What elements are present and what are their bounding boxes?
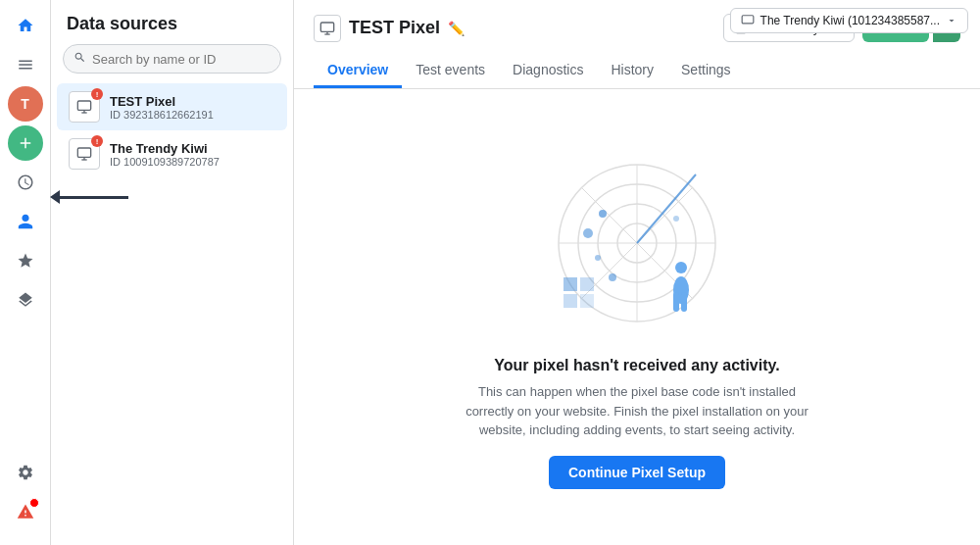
no-activity-title: Your pixel hasn't received any activity. — [494, 357, 779, 374]
svg-rect-6 — [742, 16, 754, 24]
no-activity-description: This can happen when the pixel base code… — [461, 382, 813, 440]
pixel-item-trendy-text: The Trendy Kiwi ID 1009109389720787 — [110, 141, 220, 168]
sidebar-title: Data sources — [51, 0, 293, 44]
pixel-item-trendy-name: The Trendy Kiwi — [110, 141, 220, 156]
clock-icon[interactable] — [8, 165, 43, 200]
arrow-line — [60, 196, 128, 199]
main-content: The Trendy Kiwi (101234385587... TEST Pi… — [294, 0, 980, 545]
warning-badge: ! — [91, 88, 103, 100]
svg-point-21 — [595, 255, 601, 261]
home-icon[interactable] — [8, 8, 43, 43]
pixel-item-test-name: TEST Pixel — [110, 94, 214, 109]
svg-point-19 — [599, 210, 607, 218]
star-icon[interactable] — [8, 243, 43, 278]
search-box[interactable] — [63, 44, 281, 74]
account-selector-label: The Trendy Kiwi (101234385587... — [760, 14, 940, 27]
arrow-head — [50, 190, 60, 204]
svg-rect-3 — [77, 148, 90, 157]
arrow-indicator — [51, 190, 128, 204]
person-icon[interactable] — [8, 204, 43, 239]
pixel-title-icon — [314, 15, 341, 42]
edit-icon[interactable]: ✏️ — [448, 21, 465, 36]
svg-rect-30 — [580, 277, 594, 291]
pixel-item-trendy-id: ID 1009109389720787 — [110, 156, 220, 168]
tab-history[interactable]: History — [597, 54, 667, 88]
svg-rect-7 — [320, 23, 333, 31]
tab-test-events[interactable]: Test events — [402, 54, 499, 88]
svg-rect-0 — [77, 101, 90, 110]
pixel-item-trendy-icon: ! — [69, 138, 100, 170]
settings-icon[interactable] — [8, 455, 43, 490]
menu-icon[interactable] — [8, 47, 43, 82]
pixel-name-label: TEST Pixel — [349, 18, 440, 38]
svg-rect-29 — [564, 277, 577, 291]
pixel-item-test-text: TEST Pixel ID 392318612662191 — [110, 94, 214, 121]
tab-settings[interactable]: Settings — [667, 54, 745, 88]
svg-point-25 — [675, 262, 687, 273]
svg-rect-31 — [564, 294, 577, 308]
svg-point-23 — [673, 216, 679, 222]
svg-point-20 — [583, 228, 593, 238]
svg-rect-32 — [580, 294, 594, 308]
profile-avatar[interactable]: T — [8, 86, 43, 122]
pixel-item-test-id: ID 392318612662191 — [110, 109, 214, 121]
pixel-item-trendy[interactable]: ! The Trendy Kiwi ID 1009109389720787 — [57, 130, 287, 177]
pixel-item-test-icon: ! — [69, 91, 100, 123]
account-selector[interactable]: The Trendy Kiwi (101234385587... — [730, 8, 968, 33]
alert-icon[interactable] — [8, 494, 43, 529]
search-icon — [74, 51, 86, 67]
tab-overview[interactable]: Overview — [314, 54, 402, 88]
tab-diagnostics[interactable]: Diagnostics — [499, 54, 597, 88]
svg-rect-28 — [681, 292, 687, 312]
pixel-item-test[interactable]: ! TEST Pixel ID 392318612662191 — [57, 83, 287, 130]
tabs-bar: Overview Test events Diagnostics History… — [314, 54, 960, 88]
svg-rect-27 — [673, 292, 679, 312]
layers-icon[interactable] — [8, 282, 43, 318]
continue-pixel-setup-button[interactable]: Continue Pixel Setup — [549, 456, 725, 489]
warning-badge-2: ! — [91, 135, 103, 147]
main-body: Your pixel hasn't received any activity.… — [294, 89, 980, 545]
search-input[interactable] — [92, 52, 270, 67]
empty-state-illustration — [529, 145, 745, 341]
sidebar-panel: Data sources ! TEST Pixel ID 39231861266… — [51, 0, 294, 545]
svg-point-22 — [609, 273, 616, 281]
pixel-title: TEST Pixel ✏️ — [314, 15, 465, 42]
add-icon[interactable] — [8, 125, 43, 161]
left-navigation: T — [0, 0, 51, 545]
